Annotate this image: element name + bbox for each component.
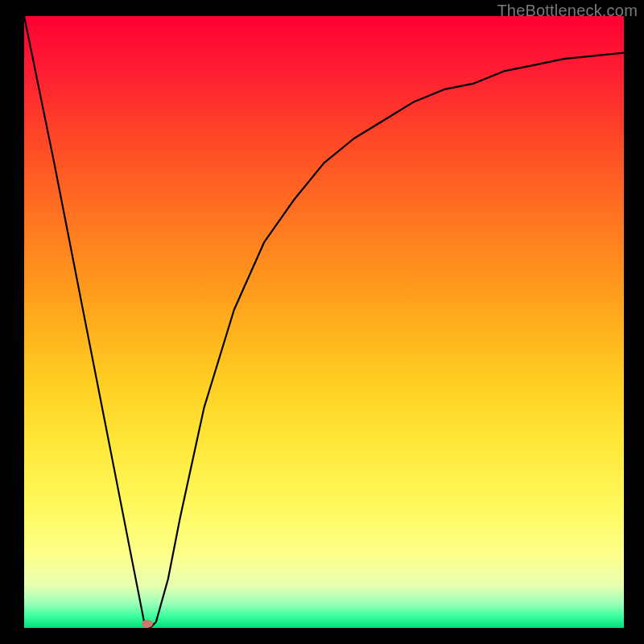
optimal-point-marker <box>142 620 153 628</box>
chart-frame: TheBottleneck.com <box>0 0 644 644</box>
curve-path <box>24 16 624 628</box>
plot-area <box>24 16 624 628</box>
bottleneck-curve <box>24 16 624 628</box>
